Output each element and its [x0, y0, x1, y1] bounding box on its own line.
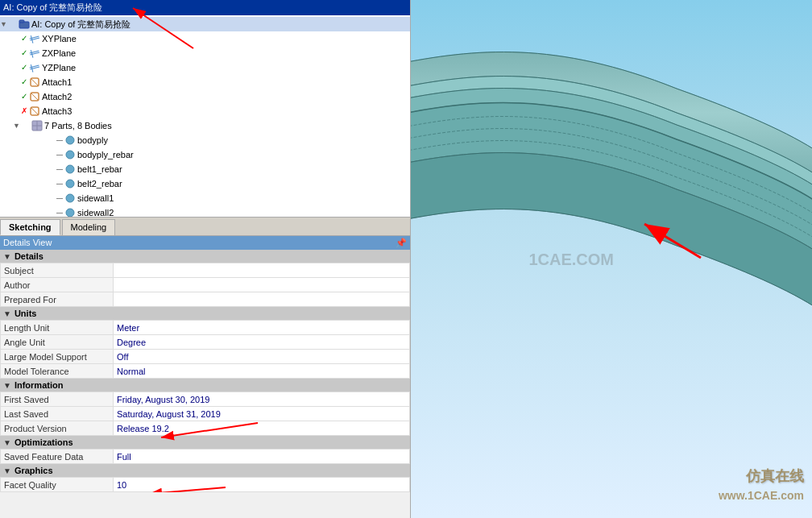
tree-item-label: belt2_rebar [77, 177, 122, 190]
tree-area: AI: Copy of 完整简易抢险 ▼ AI: Copy of 完整简易抢险✓… [0, 0, 410, 218]
tree-item-sidewall2[interactable]: sidewall2 [0, 205, 410, 218]
svg-point-23 [66, 180, 74, 188]
details-section-units: ▼UnitsLength Unit MeterAngle Unit Degree… [0, 307, 410, 379]
table-row: Angle Unit Degree [1, 335, 410, 350]
tree-item-bodyply_rebar[interactable]: bodyply_rebar [0, 147, 410, 162]
tab-modeling[interactable]: Modeling [62, 219, 116, 235]
svg-line-16 [31, 107, 39, 115]
tree-item-xy[interactable]: ✓ XYPlane [0, 31, 410, 46]
table-row: Product Version Release 19.2 [1, 421, 410, 436]
tree-item-label: XYPlane [42, 32, 77, 45]
svg-point-21 [66, 151, 74, 159]
tree-item-root[interactable]: ▼ AI: Copy of 完整简易抢险 [0, 17, 410, 31]
row-label: Last Saved [1, 407, 114, 421]
tree-content: ▼ AI: Copy of 完整简易抢险✓ XYPlane✓ ZXPlane✓ … [0, 15, 410, 218]
section-header-graphics[interactable]: ▼Graphics [0, 464, 410, 477]
pin-icon: 📌 [396, 238, 407, 248]
table-row: Length Unit Meter [1, 321, 410, 335]
row-label: Model Tolerance [1, 364, 114, 379]
row-value: Release 19.2 [114, 421, 410, 436]
section-header-units[interactable]: ▼Units [0, 307, 410, 320]
tree-item-label: YZPlane [42, 61, 76, 74]
section-header-information[interactable]: ▼Information [0, 379, 410, 392]
row-label: Length Unit [1, 321, 114, 335]
table-row: Model Tolerance Normal [1, 364, 410, 379]
table-row: Facet Quality 10 [1, 478, 410, 492]
row-value: Normal [114, 364, 410, 379]
tree-item-label: belt1_rebar [77, 163, 122, 176]
tree-item-yz[interactable]: ✓ YZPlane [0, 60, 410, 75]
tree-title-bar: AI: Copy of 完整简易抢险 [0, 0, 410, 15]
details-section-optimizations: ▼OptimizationsSaved Feature Data Full [0, 436, 410, 464]
tree-item-label: bodyply [77, 134, 108, 147]
svg-rect-1 [19, 20, 24, 23]
tree-item-belt1_rebar[interactable]: belt1_rebar [0, 162, 410, 176]
row-value: Friday, August 30, 2019 [114, 392, 410, 407]
row-label: Product Version [1, 421, 114, 436]
details-table-graphics: Facet Quality 10 [0, 477, 410, 492]
row-value: 10 [114, 478, 410, 492]
tree-item-parts[interactable]: ▼ 7 Parts, 8 Bodies [0, 118, 410, 133]
tree-item-sidewall1[interactable]: sidewall1 [0, 191, 410, 205]
details-table-information: First Saved Friday, August 30, 2019Last … [0, 392, 410, 436]
row-label: Author [1, 278, 114, 292]
tree-item-label: 7 Parts, 8 Bodies [44, 119, 112, 132]
row-label: First Saved [1, 392, 114, 407]
tab-area: Sketching Modeling [0, 218, 410, 236]
row-value: Saturday, August 31, 2019 [114, 407, 410, 421]
tree-item-label: AI: Copy of 完整简易抢险 [31, 18, 130, 31]
details-section-graphics: ▼GraphicsFacet Quality 10 [0, 464, 410, 492]
table-row: Large Model Support Off [1, 350, 410, 364]
tree-item-zx[interactable]: ✓ ZXPlane [0, 46, 410, 60]
tree-item-label: sidewall1 [77, 192, 114, 205]
right-panel: 1CAE.COM 仿真在线 www.1CAE.com [411, 0, 812, 518]
tree-item-label: bodyply_rebar [77, 148, 134, 161]
svg-point-25 [66, 209, 74, 217]
details-table-units: Length Unit MeterAngle Unit DegreeLarge … [0, 320, 410, 379]
tree-item-attach1[interactable]: ✓ Attach1 [0, 75, 410, 89]
tree-item-attach3[interactable]: ✗ Attach3 [0, 104, 410, 118]
viewport-watermark-brand: 仿真在线 [746, 466, 804, 486]
details-area: Details View 📌 ▼DetailsSubject Author Pr… [0, 236, 410, 518]
row-value: Meter [114, 321, 410, 335]
table-row: Last Saved Saturday, August 31, 2019 [1, 407, 410, 421]
details-header: Details View 📌 [0, 236, 410, 250]
svg-point-22 [66, 165, 74, 173]
svg-line-12 [31, 78, 39, 86]
viewport-watermark-center: 1CAE.COM [528, 250, 614, 268]
row-label: Facet Quality [1, 478, 114, 492]
table-row: Prepared For [1, 292, 410, 307]
left-panel: AI: Copy of 完整简易抢险 ▼ AI: Copy of 完整简易抢险✓… [0, 0, 411, 518]
viewport-bg: 1CAE.COM 仿真在线 www.1CAE.com [411, 0, 812, 518]
viewport-watermark-url: www.1CAE.com [719, 489, 804, 502]
svg-line-14 [31, 93, 39, 101]
table-row: Subject [1, 263, 410, 278]
details-wrapper: ▼DetailsSubject Author Prepared For ▼Uni… [0, 250, 410, 492]
tree-title: AI: Copy of 完整简易抢险 [3, 2, 102, 14]
row-label: Subject [1, 263, 114, 278]
details-header-label: Details View [3, 238, 52, 248]
tree-item-label: Attach3 [42, 105, 72, 118]
section-header-details[interactable]: ▼Details [0, 250, 410, 263]
table-row: First Saved Friday, August 30, 2019 [1, 392, 410, 407]
details-table-details: Subject Author Prepared For [0, 263, 410, 307]
tree-item-label: sidewall2 [77, 206, 114, 218]
row-value [114, 278, 410, 292]
row-label: Large Model Support [1, 350, 114, 364]
row-label: Angle Unit [1, 335, 114, 350]
row-label: Saved Feature Data [1, 450, 114, 464]
table-row: Saved Feature Data Full [1, 450, 410, 464]
tree-item-bodyply[interactable]: bodyply [0, 133, 410, 147]
details-section-information: ▼InformationFirst Saved Friday, August 3… [0, 379, 410, 436]
table-row: Author [1, 278, 410, 292]
tab-sketching[interactable]: Sketching [0, 219, 60, 235]
tree-item-belt2_rebar[interactable]: belt2_rebar [0, 176, 410, 191]
row-value: Off [114, 350, 410, 364]
details-table-optimizations: Saved Feature Data Full [0, 449, 410, 464]
row-value: Full [114, 450, 410, 464]
section-header-optimizations[interactable]: ▼Optimizations [0, 436, 410, 449]
tree-item-attach2[interactable]: ✓ Attach2 [0, 89, 410, 104]
svg-point-24 [66, 194, 74, 202]
tree-item-label: Attach2 [42, 90, 72, 103]
tree-item-label: Attach1 [42, 76, 72, 89]
